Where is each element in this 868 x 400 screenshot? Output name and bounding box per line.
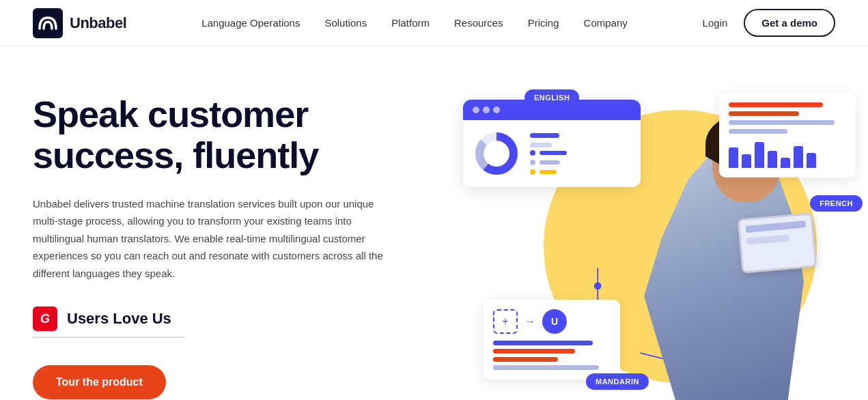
nav-link-solutions[interactable]: Solutions — [324, 17, 367, 29]
hero-cta: Tour the product — [33, 365, 443, 399]
hero-description: Unbabel delivers trusted machine transla… — [33, 195, 388, 283]
card-line-2 — [530, 143, 552, 147]
nav-link-company[interactable]: Company — [584, 17, 628, 29]
right-line-light-2 — [729, 129, 787, 134]
card-line-1 — [530, 133, 559, 138]
nav-link-platform[interactable]: Platform — [391, 17, 430, 29]
nav-actions: Login Get a demo — [703, 9, 835, 37]
bar-6 — [794, 146, 803, 168]
card-bottom-lines — [493, 341, 611, 370]
unbabel-logo-small: U — [542, 309, 567, 334]
dot-item-2 — [530, 160, 567, 165]
card-lines — [530, 133, 567, 147]
bar-chart — [729, 141, 846, 168]
dashboard-card-main — [463, 100, 641, 187]
nav-links: Language Operations Solutions Platform R… — [201, 17, 628, 29]
bar-2 — [742, 154, 751, 168]
g2-icon: G — [33, 306, 57, 331]
arrow-right-icon: → — [524, 315, 535, 328]
transform-row: + → U — [493, 309, 611, 334]
card-dots-list — [530, 150, 567, 175]
bottom-line-4 — [493, 365, 599, 370]
nav-link-resources[interactable]: Resources — [454, 17, 503, 29]
french-badge: FRENCH — [810, 195, 863, 212]
dot-line-2 — [540, 160, 560, 165]
dashboard-card-right — [719, 93, 856, 177]
bar-7 — [807, 153, 816, 168]
bar-3 — [755, 142, 764, 168]
card-dot-2 — [483, 106, 490, 113]
users-love-us-badge: G Users Love Us — [33, 306, 185, 338]
logo[interactable]: Unbabel — [33, 8, 126, 38]
bottom-line-3 — [493, 357, 558, 362]
donut-chart — [473, 130, 520, 177]
card-dot-1 — [473, 106, 479, 113]
tour-product-button[interactable]: Tour the product — [33, 365, 166, 399]
bar-1 — [729, 147, 738, 168]
hero-left: Speak customer success, fluently Unbabel… — [33, 94, 443, 399]
transform-input-box: + — [493, 309, 518, 334]
card-body — [463, 120, 641, 187]
english-badge: ENGLISH — [524, 89, 579, 106]
navbar: Unbabel Language Operations Solutions Pl… — [0, 0, 868, 46]
right-line-light-1 — [729, 120, 835, 125]
right-line-orange-1 — [729, 102, 823, 107]
mandarin-badge: MANDARIN — [586, 373, 649, 390]
tablet-line-2 — [746, 234, 789, 244]
dot-item-3 — [530, 169, 567, 175]
card-dot-3 — [493, 106, 500, 113]
dot-yellow — [530, 169, 535, 175]
plus-icon: + — [502, 315, 508, 328]
hero-section: Speak customer success, fluently Unbabel… — [0, 46, 868, 400]
dashboard-card-bottom: + → U — [484, 300, 620, 380]
nav-link-language-operations[interactable]: Language Operations — [201, 17, 300, 29]
dot-line-3 — [540, 170, 557, 174]
users-love-us-text: Users Love Us — [67, 310, 171, 328]
bottom-line-2 — [493, 349, 575, 354]
nav-link-pricing[interactable]: Pricing — [528, 17, 559, 29]
dot-line-1 — [540, 151, 567, 155]
card-right-lines — [729, 102, 846, 134]
svg-rect-0 — [33, 8, 63, 38]
hero-title: Speak customer success, fluently — [33, 94, 443, 176]
bar-5 — [781, 158, 790, 168]
bar-4 — [768, 151, 777, 168]
dot-light — [530, 160, 535, 165]
right-line-orange-2 — [729, 111, 799, 116]
dot-blue — [530, 150, 535, 156]
get-demo-button[interactable]: Get a demo — [744, 9, 835, 37]
card-content-right — [530, 133, 567, 175]
person-tablet — [738, 212, 817, 273]
dot-item-1 — [530, 150, 567, 156]
bottom-line-1 — [493, 341, 593, 345]
logo-text: Unbabel — [70, 14, 126, 32]
tablet-line-1 — [746, 220, 807, 233]
login-link[interactable]: Login — [703, 17, 728, 29]
hero-illustration: ENGLISH FRENCH MANDARIN — [470, 79, 835, 400]
